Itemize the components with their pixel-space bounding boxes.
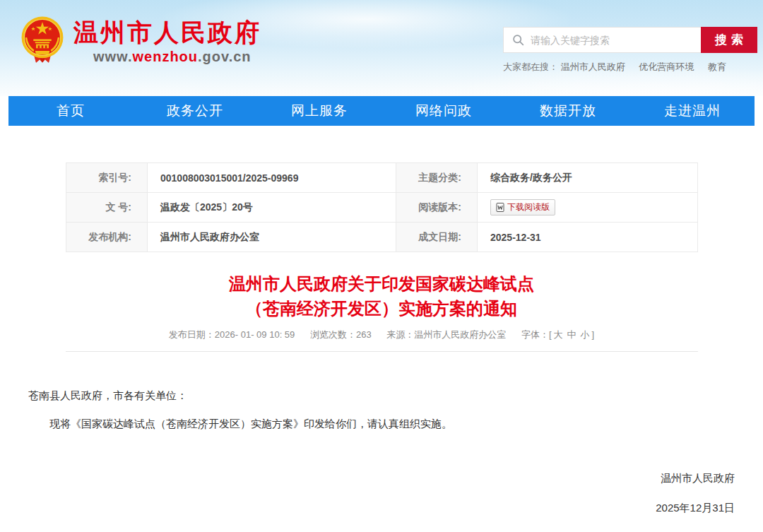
meta-value-reading-version: 下载阅读版 (478, 193, 698, 223)
meta-label-issuing-agency: 发布机构: (66, 223, 148, 252)
document-icon (496, 203, 504, 212)
download-reading-version-button[interactable]: 下载阅读版 (490, 199, 555, 215)
search-button[interactable]: 搜索 (701, 27, 757, 53)
font-size-small-button[interactable]: 小 (581, 329, 590, 340)
meta-value-issuing-agency: 温州市人民政府办公室 (148, 223, 396, 252)
font-size-medium-button[interactable]: 中 (567, 329, 576, 340)
meta-label-issue-date: 成文日期: (396, 223, 478, 252)
table-row: 发布机构: 温州市人民政府办公室 成文日期: 2025-12-31 (66, 223, 698, 252)
source: 来源：温州市人民政府办公室 (386, 329, 506, 340)
font-size-control: 字体：[大中小] (521, 329, 594, 340)
main-nav: 首页 政务公开 网上服务 网络问政 数据开放 走进温州 (8, 96, 755, 126)
table-row: 文 号: 温政发〔2025〕20号 阅读版本: 下载阅读版 (66, 193, 698, 223)
search-input[interactable] (524, 28, 701, 52)
meta-label-reading-version: 阅读版本: (396, 193, 478, 223)
nav-item-about-wenzhou[interactable]: 走进温州 (630, 102, 755, 120)
search-input-container (503, 27, 701, 53)
article-meta-bar: 发布日期：2026- 01- 09 10: 59 浏览次数：263 来源：温州市… (0, 329, 763, 341)
document-meta-table: 索引号: 001008003015001/2025-09969 主题分类: 综合… (66, 162, 698, 252)
body-paragraph: 现将《国家碳达峰试点（苍南经济开发区）实施方案》印发给你们，请认真组织实施。 (28, 416, 735, 432)
search-icon (512, 34, 524, 46)
publish-date: 发布日期：2026- 01- 09 10: 59 (169, 329, 295, 340)
hot-keyword-3[interactable]: 教育 (708, 61, 726, 72)
site-logo[interactable]: 温州市人民政府 www.wenzhou.gov.cn (20, 16, 261, 66)
article-body: 苍南县人民政府，市各有关单位： 现将《国家碳达峰试点（苍南经济开发区）实施方案》… (28, 389, 735, 532)
table-row: 索引号: 001008003015001/2025-09969 主题分类: 综合… (66, 163, 698, 193)
view-count: 浏览次数：263 (310, 329, 372, 340)
nav-item-open-data[interactable]: 数据开放 (506, 102, 630, 120)
meta-value-issue-date: 2025-12-31 (478, 223, 698, 252)
nav-item-online-services[interactable]: 网上服务 (257, 102, 382, 120)
article-title: 温州市人民政府关于印发国家碳达峰试点 （苍南经济开发区）实施方案的通知 (0, 271, 763, 321)
salutation: 苍南县人民政府，市各有关单位： (28, 389, 735, 403)
article-title-line2: （苍南经济开发区）实施方案的通知 (0, 296, 763, 321)
hot-keyword-1[interactable]: 温州市人民政府 (561, 61, 625, 72)
meta-label-index-no: 索引号: (66, 163, 148, 193)
meta-label-topic: 主题分类: (396, 163, 478, 193)
hot-keyword-2[interactable]: 优化营商环境 (639, 61, 694, 72)
site-url: www.wenzhou.gov.cn (93, 49, 261, 65)
signature-name: 温州市人民政府 (28, 472, 735, 485)
nav-item-online-politics[interactable]: 网络问政 (382, 102, 506, 120)
meta-value-doc-no: 温政发〔2025〕20号 (148, 193, 396, 223)
hot-search-label: 大家都在搜： (503, 61, 558, 72)
meta-value-index-no: 001008003015001/2025-09969 (148, 163, 396, 193)
meta-value-topic: 综合政务/政务公开 (478, 163, 698, 193)
site-title: 温州市人民政府 (73, 18, 261, 47)
search-area: 搜索 大家都在搜： 温州市人民政府 优化营商环境 教育 (503, 27, 757, 73)
meta-label-doc-no: 文 号: (66, 193, 148, 223)
site-header: 温州市人民政府 www.wenzhou.gov.cn 搜索 大家都在搜： 温州市… (0, 0, 763, 96)
nav-item-home[interactable]: 首页 (8, 102, 133, 120)
nav-item-gov-info[interactable]: 政务公开 (133, 102, 257, 120)
signature-date: 2025年12月31日 (28, 502, 735, 515)
font-size-large-button[interactable]: 大 (554, 329, 563, 340)
hot-search-bar: 大家都在搜： 温州市人民政府 优化营商环境 教育 (503, 61, 757, 73)
title-divider (66, 351, 698, 352)
national-emblem-icon (20, 16, 65, 66)
article-title-line1: 温州市人民政府关于印发国家碳达峰试点 (0, 271, 763, 296)
